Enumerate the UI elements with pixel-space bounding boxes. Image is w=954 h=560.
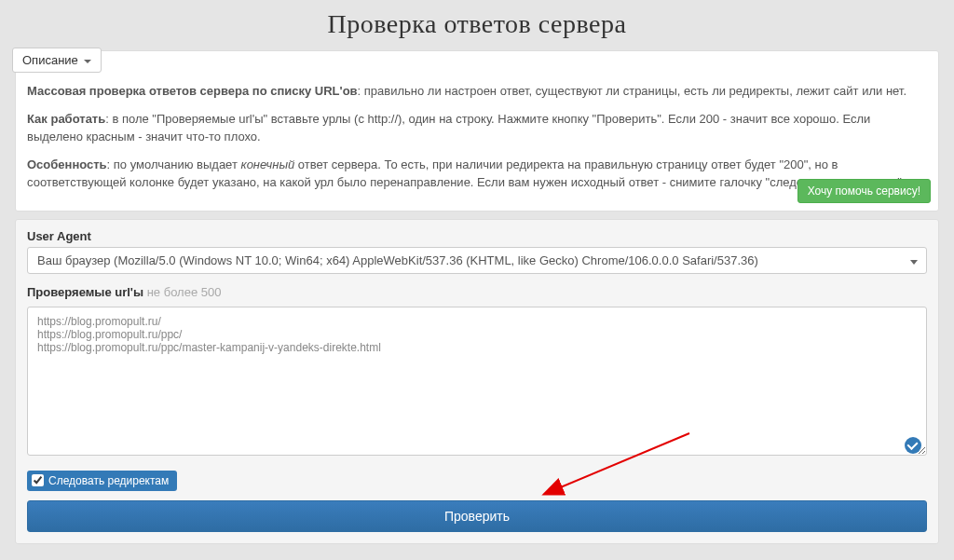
user-agent-select[interactable]: Ваш браузер (Mozilla/5.0 (Windows NT 10.… [27, 247, 927, 274]
description-panel: Описание Массовая проверка ответов серве… [15, 50, 939, 212]
description-toggle-label: Описание [22, 53, 78, 67]
desc-p1-bold: Массовая проверка ответов сервера по спи… [27, 84, 358, 98]
description-paragraph-3: Особенность: по умолчанию выдает конечны… [27, 156, 927, 192]
description-paragraph-2: Как работать: в поле "Проверяемые url'ы"… [27, 110, 927, 146]
user-agent-label: User Agent [27, 229, 927, 243]
desc-p1-rest: : правильно ли настроен ответ, существую… [358, 84, 906, 98]
urls-label-text: Проверяемые url'ы [27, 285, 143, 299]
follow-redirects-checkbox[interactable] [32, 474, 44, 486]
desc-p3-em: конечный [241, 157, 295, 171]
caret-down-icon [84, 60, 91, 63]
desc-p2-bold: Как работать [27, 112, 105, 126]
urls-label: Проверяемые url'ы не более 500 [27, 285, 927, 299]
desc-p3-mid1: : по умолчанию выдает [107, 157, 241, 171]
urls-textarea[interactable] [27, 307, 927, 456]
description-toggle[interactable]: Описание [12, 48, 102, 73]
description-paragraph-1: Массовая проверка ответов сервера по спи… [27, 82, 927, 101]
page-title: Проверка ответов сервера [0, 0, 954, 50]
submit-button[interactable]: Проверить [27, 500, 927, 532]
follow-redirects-label: Следовать редиректам [48, 474, 169, 487]
desc-p2-rest: : в поле "Проверяемые url'ы" вставьте ур… [27, 112, 870, 144]
urls-limit-text: не более 500 [143, 285, 221, 299]
desc-p3-bold: Особенность [27, 157, 107, 171]
help-service-button[interactable]: Хочу помочь сервису! [797, 179, 931, 203]
form-panel: User Agent Ваш браузер (Mozilla/5.0 (Win… [15, 219, 939, 544]
follow-redirects-checkbox-wrapper[interactable]: Следовать редиректам [27, 471, 177, 491]
